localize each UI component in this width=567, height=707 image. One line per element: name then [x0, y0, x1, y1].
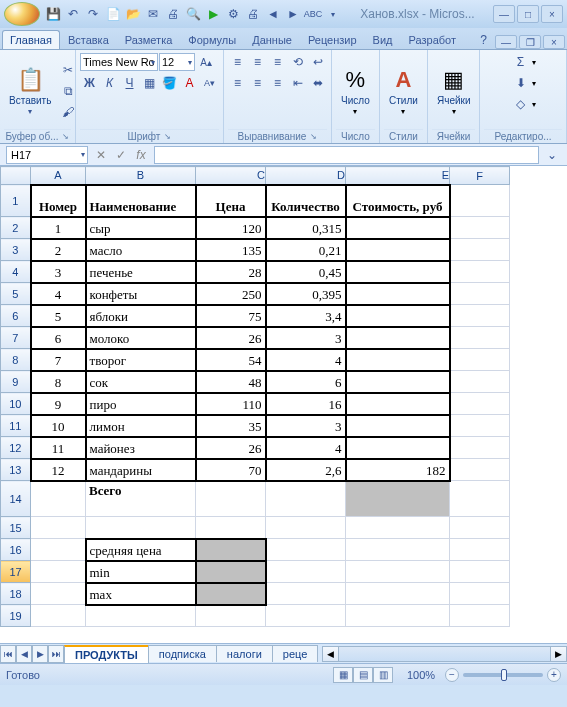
cell[interactable]: майонез — [86, 437, 196, 459]
cell[interactable] — [450, 305, 510, 327]
col-header-E[interactable]: E — [346, 167, 450, 185]
calc-icon[interactable]: ⚙ — [224, 5, 242, 23]
cell[interactable]: min — [86, 561, 196, 583]
cell[interactable] — [450, 459, 510, 481]
sheet-nav-last-icon[interactable]: ⏭ — [48, 645, 64, 663]
col-header-C[interactable]: C — [196, 167, 266, 185]
shrink-font-icon[interactable]: A▾ — [200, 73, 219, 93]
cell[interactable] — [266, 481, 346, 517]
cell[interactable] — [450, 393, 510, 415]
wrap-text-icon[interactable]: ↩ — [308, 52, 327, 72]
cell[interactable] — [346, 349, 450, 371]
sheet-tab[interactable]: реце — [272, 645, 319, 662]
paste-button[interactable]: 📋 Вставить ▾ — [4, 63, 56, 119]
underline-button[interactable]: Ч — [120, 73, 139, 93]
cell[interactable]: 182 — [346, 459, 450, 481]
cell[interactable]: печенье — [86, 261, 196, 283]
cell[interactable] — [266, 583, 346, 605]
tab-developer[interactable]: Разработ — [401, 30, 464, 49]
cell[interactable] — [196, 517, 266, 539]
border-button[interactable]: ▦ — [140, 73, 159, 93]
office-button[interactable] — [4, 2, 40, 26]
cell[interactable]: 4 — [266, 437, 346, 459]
cell[interactable]: 4 — [266, 349, 346, 371]
cell[interactable] — [346, 517, 450, 539]
cell[interactable] — [346, 481, 450, 517]
align-center-icon[interactable]: ≡ — [248, 73, 267, 93]
open-icon[interactable]: 📂 — [124, 5, 142, 23]
cell[interactable]: 2,6 — [266, 459, 346, 481]
cell[interactable]: 8 — [31, 371, 86, 393]
row-header[interactable]: 3 — [1, 239, 31, 261]
zoom-in-button[interactable]: + — [547, 668, 561, 682]
autosum-icon[interactable]: Σ — [511, 52, 531, 72]
cell[interactable] — [266, 605, 346, 627]
cell[interactable] — [346, 415, 450, 437]
sheet-tab[interactable]: налоги — [216, 645, 273, 662]
cell[interactable] — [450, 605, 510, 627]
cell[interactable]: 110 — [196, 393, 266, 415]
cell[interactable] — [450, 583, 510, 605]
cell[interactable] — [346, 283, 450, 305]
row-header[interactable]: 5 — [1, 283, 31, 305]
formula-input[interactable] — [154, 146, 539, 164]
row-header[interactable]: 6 — [1, 305, 31, 327]
cell[interactable] — [346, 393, 450, 415]
cell[interactable] — [346, 539, 450, 561]
tab-data[interactable]: Данные — [244, 30, 300, 49]
cell[interactable] — [266, 561, 346, 583]
cell[interactable] — [196, 605, 266, 627]
print-icon[interactable]: 🖨 — [244, 5, 262, 23]
cell[interactable]: 26 — [196, 327, 266, 349]
tab-insert[interactable]: Вставка — [60, 30, 117, 49]
new-icon[interactable]: 📄 — [104, 5, 122, 23]
cell[interactable] — [196, 583, 266, 605]
cell[interactable]: мандарины — [86, 459, 196, 481]
cell[interactable]: Номер — [31, 185, 86, 217]
cell[interactable] — [346, 561, 450, 583]
cell[interactable] — [450, 517, 510, 539]
sheet-nav-first-icon[interactable]: ⏮ — [0, 645, 16, 663]
cell[interactable]: 12 — [31, 459, 86, 481]
scroll-thumb[interactable] — [339, 647, 550, 661]
cell[interactable] — [450, 415, 510, 437]
row-header[interactable]: 8 — [1, 349, 31, 371]
cell[interactable] — [31, 539, 86, 561]
row-header[interactable]: 4 — [1, 261, 31, 283]
cell[interactable] — [346, 605, 450, 627]
indent-dec-icon[interactable]: ⇤ — [288, 73, 307, 93]
cell[interactable]: 3,4 — [266, 305, 346, 327]
horizontal-scrollbar[interactable]: ◀ ▶ — [322, 646, 567, 662]
cell[interactable]: 0,315 — [266, 217, 346, 239]
italic-button[interactable]: К — [100, 73, 119, 93]
cell[interactable]: 9 — [31, 393, 86, 415]
run-icon[interactable]: ▶ — [204, 5, 222, 23]
maximize-button[interactable]: □ — [517, 5, 539, 23]
view-normal-icon[interactable]: ▦ — [333, 667, 353, 683]
cell[interactable]: 28 — [196, 261, 266, 283]
doc-minimize-button[interactable]: — — [495, 35, 517, 49]
tab-layout[interactable]: Разметка — [117, 30, 181, 49]
cell[interactable]: яблоки — [86, 305, 196, 327]
align-left-icon[interactable]: ≡ — [228, 73, 247, 93]
font-color-button[interactable]: A — [180, 73, 199, 93]
cell[interactable]: 3 — [31, 261, 86, 283]
cell[interactable] — [450, 561, 510, 583]
cell[interactable]: лимон — [86, 415, 196, 437]
cell[interactable]: max — [86, 583, 196, 605]
zoom-value[interactable]: 100% — [401, 669, 441, 681]
cell[interactable] — [450, 481, 510, 517]
cancel-formula-icon[interactable]: ✕ — [92, 146, 110, 164]
fill-color-button[interactable]: 🪣 — [160, 73, 179, 93]
fill-icon[interactable]: ⬇ — [511, 73, 531, 93]
cell-total[interactable]: Всего — [86, 481, 196, 517]
cell[interactable]: 0,45 — [266, 261, 346, 283]
select-all-corner[interactable] — [1, 167, 31, 185]
cell[interactable] — [86, 605, 196, 627]
save-icon[interactable]: 💾 — [44, 5, 62, 23]
cell[interactable] — [450, 371, 510, 393]
next-icon[interactable]: ► — [284, 5, 302, 23]
cell[interactable]: творог — [86, 349, 196, 371]
fx-icon[interactable]: fx — [132, 146, 150, 164]
cell[interactable]: молоко — [86, 327, 196, 349]
